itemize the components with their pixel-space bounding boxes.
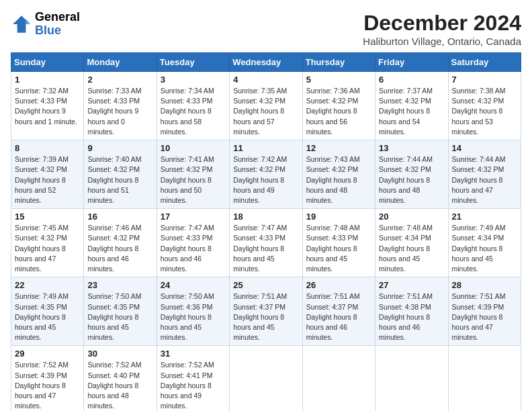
day-detail: Sunrise: 7:49 AMSunset: 4:35 PMDaylight … (15, 291, 80, 342)
day-number: 11 (233, 143, 298, 153)
column-header-saturday: Saturday (448, 53, 521, 72)
column-header-sunday: Sunday (11, 53, 84, 72)
calendar-header-row: SundayMondayTuesdayWednesdayThursdayFrid… (11, 53, 521, 72)
day-number: 8 (15, 143, 80, 153)
calendar-cell: 9Sunrise: 7:40 AMSunset: 4:32 PMDaylight… (84, 140, 157, 209)
calendar-cell: 27Sunrise: 7:51 AMSunset: 4:38 PMDayligh… (375, 277, 448, 346)
calendar-cell (302, 346, 375, 411)
calendar-cell: 30Sunrise: 7:52 AMSunset: 4:40 PMDayligh… (84, 346, 157, 411)
column-header-tuesday: Tuesday (157, 53, 229, 72)
day-number: 4 (233, 75, 298, 85)
calendar-cell: 11Sunrise: 7:42 AMSunset: 4:32 PMDayligh… (230, 140, 302, 209)
day-detail: Sunrise: 7:44 AMSunset: 4:32 PMDaylight … (379, 154, 444, 205)
day-number: 23 (87, 280, 152, 290)
day-number: 7 (452, 75, 517, 85)
day-number: 9 (87, 143, 152, 153)
day-number: 28 (452, 280, 517, 290)
location: Haliburton Village, Ontario, Canada (363, 36, 521, 47)
calendar-cell: 8Sunrise: 7:39 AMSunset: 4:32 PMDaylight… (11, 140, 84, 209)
logo: General Blue (11, 11, 80, 38)
month-title: December 2024 (363, 11, 521, 36)
column-header-friday: Friday (375, 53, 448, 72)
day-number: 18 (233, 212, 298, 222)
title-block: December 2024 Haliburton Village, Ontari… (363, 11, 521, 47)
calendar-cell: 24Sunrise: 7:50 AMSunset: 4:36 PMDayligh… (157, 277, 229, 346)
calendar-cell: 29Sunrise: 7:52 AMSunset: 4:39 PMDayligh… (11, 346, 84, 411)
calendar-cell: 3Sunrise: 7:34 AMSunset: 4:33 PMDaylight… (157, 72, 229, 140)
calendar-cell: 19Sunrise: 7:48 AMSunset: 4:33 PMDayligh… (302, 209, 375, 277)
day-number: 21 (452, 212, 517, 222)
calendar-cell: 23Sunrise: 7:50 AMSunset: 4:35 PMDayligh… (84, 277, 157, 346)
calendar-cell: 20Sunrise: 7:48 AMSunset: 4:34 PMDayligh… (375, 209, 448, 277)
day-detail: Sunrise: 7:37 AMSunset: 4:32 PMDaylight … (379, 86, 444, 137)
calendar-cell (230, 346, 302, 411)
day-number: 12 (306, 143, 371, 153)
day-number: 5 (306, 75, 371, 85)
day-number: 24 (161, 280, 226, 290)
day-number: 14 (452, 143, 517, 153)
day-number: 10 (161, 143, 226, 153)
calendar-cell: 6Sunrise: 7:37 AMSunset: 4:32 PMDaylight… (375, 72, 448, 140)
column-header-wednesday: Wednesday (230, 53, 302, 72)
logo-line2: Blue (35, 24, 80, 38)
day-number: 30 (87, 349, 152, 359)
day-detail: Sunrise: 7:51 AMSunset: 4:38 PMDaylight … (379, 291, 444, 342)
day-detail: Sunrise: 7:42 AMSunset: 4:32 PMDaylight … (233, 154, 298, 205)
calendar-cell: 22Sunrise: 7:49 AMSunset: 4:35 PMDayligh… (11, 277, 84, 346)
day-detail: Sunrise: 7:32 AMSunset: 4:33 PMDaylight … (15, 86, 80, 127)
calendar-week-row: 1Sunrise: 7:32 AMSunset: 4:33 PMDaylight… (11, 72, 521, 140)
day-detail: Sunrise: 7:43 AMSunset: 4:32 PMDaylight … (306, 154, 371, 205)
calendar-cell (448, 346, 521, 411)
calendar-week-row: 29Sunrise: 7:52 AMSunset: 4:39 PMDayligh… (11, 346, 521, 411)
calendar-cell: 16Sunrise: 7:46 AMSunset: 4:32 PMDayligh… (84, 209, 157, 277)
calendar-cell: 21Sunrise: 7:49 AMSunset: 4:34 PMDayligh… (448, 209, 521, 277)
day-detail: Sunrise: 7:51 AMSunset: 4:37 PMDaylight … (306, 291, 371, 342)
calendar-cell: 18Sunrise: 7:47 AMSunset: 4:33 PMDayligh… (230, 209, 302, 277)
day-detail: Sunrise: 7:49 AMSunset: 4:34 PMDaylight … (452, 223, 517, 274)
calendar-cell: 7Sunrise: 7:38 AMSunset: 4:32 PMDaylight… (448, 72, 521, 140)
calendar-cell (375, 346, 448, 411)
day-detail: Sunrise: 7:50 AMSunset: 4:36 PMDaylight … (161, 291, 226, 342)
day-detail: Sunrise: 7:50 AMSunset: 4:35 PMDaylight … (87, 291, 152, 342)
day-detail: Sunrise: 7:41 AMSunset: 4:32 PMDaylight … (161, 154, 226, 205)
calendar-cell: 28Sunrise: 7:51 AMSunset: 4:39 PMDayligh… (448, 277, 521, 346)
day-number: 27 (379, 280, 444, 290)
calendar-week-row: 8Sunrise: 7:39 AMSunset: 4:32 PMDaylight… (11, 140, 521, 209)
day-number: 6 (379, 75, 444, 85)
day-detail: Sunrise: 7:33 AMSunset: 4:33 PMDaylight … (87, 86, 152, 137)
day-detail: Sunrise: 7:52 AMSunset: 4:39 PMDaylight … (15, 360, 80, 411)
day-detail: Sunrise: 7:48 AMSunset: 4:34 PMDaylight … (379, 223, 444, 274)
day-detail: Sunrise: 7:47 AMSunset: 4:33 PMDaylight … (161, 223, 226, 274)
day-number: 29 (15, 349, 80, 359)
calendar-cell: 26Sunrise: 7:51 AMSunset: 4:37 PMDayligh… (302, 277, 375, 346)
day-detail: Sunrise: 7:44 AMSunset: 4:32 PMDaylight … (452, 154, 517, 205)
page-header: General Blue December 2024 Haliburton Vi… (11, 11, 521, 47)
column-header-thursday: Thursday (302, 53, 375, 72)
calendar-cell: 12Sunrise: 7:43 AMSunset: 4:32 PMDayligh… (302, 140, 375, 209)
calendar-cell: 1Sunrise: 7:32 AMSunset: 4:33 PMDaylight… (11, 72, 84, 140)
day-number: 19 (306, 212, 371, 222)
calendar-cell: 14Sunrise: 7:44 AMSunset: 4:32 PMDayligh… (448, 140, 521, 209)
day-detail: Sunrise: 7:51 AMSunset: 4:39 PMDaylight … (452, 291, 517, 342)
logo-line1: General (35, 11, 80, 24)
calendar-week-row: 22Sunrise: 7:49 AMSunset: 4:35 PMDayligh… (11, 277, 521, 346)
calendar-cell: 4Sunrise: 7:35 AMSunset: 4:32 PMDaylight… (230, 72, 302, 140)
day-detail: Sunrise: 7:46 AMSunset: 4:32 PMDaylight … (87, 223, 152, 274)
day-number: 31 (161, 349, 226, 359)
day-detail: Sunrise: 7:45 AMSunset: 4:32 PMDaylight … (15, 223, 80, 274)
calendar-cell: 17Sunrise: 7:47 AMSunset: 4:33 PMDayligh… (157, 209, 229, 277)
day-detail: Sunrise: 7:52 AMSunset: 4:41 PMDaylight … (161, 360, 226, 411)
day-number: 17 (161, 212, 226, 222)
day-number: 2 (87, 75, 152, 85)
day-number: 16 (87, 212, 152, 222)
day-number: 22 (15, 280, 80, 290)
day-detail: Sunrise: 7:35 AMSunset: 4:32 PMDaylight … (233, 86, 298, 137)
day-detail: Sunrise: 7:47 AMSunset: 4:33 PMDaylight … (233, 223, 298, 274)
calendar-cell: 5Sunrise: 7:36 AMSunset: 4:32 PMDaylight… (302, 72, 375, 140)
day-number: 25 (233, 280, 298, 290)
calendar-cell: 13Sunrise: 7:44 AMSunset: 4:32 PMDayligh… (375, 140, 448, 209)
day-detail: Sunrise: 7:39 AMSunset: 4:32 PMDaylight … (15, 154, 80, 205)
day-number: 26 (306, 280, 371, 290)
calendar-cell: 15Sunrise: 7:45 AMSunset: 4:32 PMDayligh… (11, 209, 84, 277)
day-number: 13 (379, 143, 444, 153)
